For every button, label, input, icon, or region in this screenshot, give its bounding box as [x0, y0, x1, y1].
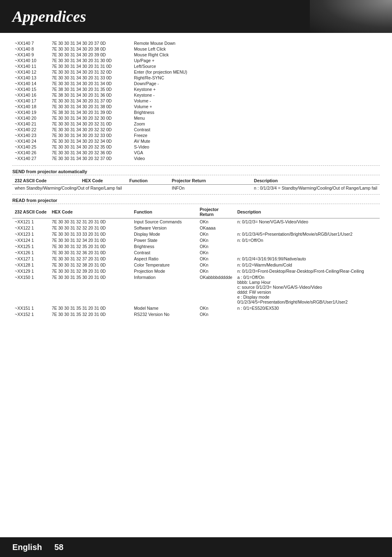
cmd-ascii: ~XX140 9	[12, 52, 49, 58]
upper-cmd-row: ~XX140 25 7E 30 30 31 34 30 20 32 35 0D …	[12, 144, 380, 150]
cmd-function: Video	[131, 155, 380, 161]
cmd-hex: 7E 30 30 31 34 30 20 31 31 0D	[49, 63, 131, 69]
cmd-ascii: ~XX140 20	[12, 115, 49, 121]
read-hex: 7E 30 30 31 32 37 20 31 0D	[49, 255, 131, 262]
read-ascii: ~XX124 1	[12, 237, 49, 243]
read-function: Brightness	[131, 243, 197, 249]
send-ascii: when Standby/Warming/Cooling/Out of Rang…	[12, 185, 169, 191]
upper-cmd-row: ~XX140 16 7E 38 30 31 34 30 20 31 36 0D …	[12, 92, 380, 98]
upper-cmd-row: ~XX140 14 7E 30 30 31 34 30 20 31 34 0D …	[12, 81, 380, 86]
upper-cmd-row: ~XX140 27 7E 30 30 31 34 30 20 32 37 0D …	[12, 155, 380, 161]
upper-cmd-row: ~XX140 8 7E 30 30 31 34 30 20 38 0D Mous…	[12, 46, 380, 52]
send-col-header: 232 ASCII Code	[12, 177, 80, 185]
read-col-header: 232 ASCII Code	[12, 206, 49, 218]
read-function: Contrast	[131, 249, 197, 255]
read-col-header: Function	[131, 206, 197, 218]
read-table-row: ~XX123 1 7E 30 30 31 33 33 20 31 0D Disp…	[12, 231, 380, 237]
read-table: 232 ASCII CodeHEX CodeFunctionProjector …	[12, 206, 380, 317]
send-section-title: SEND from projector automatically	[12, 169, 380, 175]
cmd-ascii: ~XX140 22	[12, 127, 49, 132]
upper-cmd-row: ~XX140 26 7E 30 30 31 34 30 20 32 36 0D …	[12, 150, 380, 155]
page-title: Appendices	[0, 0, 392, 33]
cmd-function: Contrast	[131, 127, 380, 132]
cmd-hex: 7E 30 30 31 34 30 20 39 0D	[49, 52, 131, 58]
read-return: OKn	[197, 243, 235, 249]
divider-2	[12, 194, 380, 195]
upper-cmd-row: ~XX140 11 7E 30 30 31 34 30 20 31 31 0D …	[12, 63, 380, 69]
read-function: Model Name	[131, 305, 197, 311]
send-col-header: HEX Code	[80, 177, 127, 185]
send-col-header: Projector Return	[169, 177, 251, 185]
cmd-function: Freeze	[131, 132, 380, 138]
read-hex: 7E 30 30 31 32 38 20 31 0D	[49, 262, 131, 268]
read-ascii: ~XX125 1	[12, 243, 49, 249]
cmd-function: S-Video	[131, 144, 380, 150]
cmd-hex: 7E 30 30 31 34 30 20 32 36 0D	[49, 150, 131, 155]
read-hex: 7E 30 30 31 35 32 20 31 0D	[49, 311, 131, 317]
read-hex: 7E 30 30 31 32 32 20 31 0D	[49, 225, 131, 231]
upper-cmd-row: ~XX140 23 7E 30 30 31 34 30 20 32 33 0D …	[12, 132, 380, 138]
read-table-row: ~XX150 1 7E 30 30 31 35 30 20 31 0D Info…	[12, 274, 380, 305]
cmd-hex: 7E 30 30 31 34 30 20 32 30 0D	[49, 115, 131, 121]
cmd-ascii: ~XX140 26	[12, 150, 49, 155]
read-table-row: ~XX151 1 7E 30 30 31 35 31 20 31 0D Mode…	[12, 305, 380, 311]
cmd-hex: 7E 30 30 31 34 30 20 32 37 0D	[49, 155, 131, 161]
upper-cmd-row: ~XX140 20 7E 30 30 31 34 30 20 32 30 0D …	[12, 115, 380, 121]
read-return: OKn	[197, 237, 235, 243]
footer-page-number: 58	[54, 543, 63, 552]
cmd-function: Mouse Left Click	[131, 46, 380, 52]
upper-cmd-row: ~XX140 17 7E 30 30 31 34 30 20 31 37 0D …	[12, 98, 380, 104]
read-ascii: ~XX129 1	[12, 268, 49, 274]
read-hex: 7E 30 30 31 32 39 20 31 0D	[49, 268, 131, 274]
cmd-function: Up/Page +	[131, 58, 380, 63]
read-return: OKn	[197, 231, 235, 237]
cmd-function: Left/Source	[131, 63, 380, 69]
cmd-hex: 7E 38 30 31 34 30 20 31 35 0D	[49, 86, 131, 92]
cmd-ascii: ~XX140 13	[12, 75, 49, 81]
cmd-function: Brightness	[131, 109, 380, 115]
read-table-row: ~XX122 1 7E 30 30 31 32 32 20 31 0D Soft…	[12, 225, 380, 231]
cmd-ascii: ~XX140 12	[12, 69, 49, 75]
cmd-hex: 7E 30 30 31 34 30 20 31 38 0D	[49, 104, 131, 109]
send-desc: n : 0/1/2/3/4 = Standby/Warming/Cooling/…	[251, 185, 380, 191]
read-return: OKn	[197, 311, 235, 317]
read-desc	[235, 225, 380, 231]
read-desc: n: 0/1=Off/On	[235, 237, 380, 243]
read-return: OKaaaa	[197, 225, 235, 231]
cmd-hex: 7E 30 30 31 34 30 20 38 0D	[49, 46, 131, 52]
cmd-function: Keystone +	[131, 86, 380, 92]
upper-cmd-row: ~XX140 15 7E 38 30 31 34 30 20 31 35 0D …	[12, 86, 380, 92]
divider-1	[12, 165, 380, 166]
read-desc	[235, 249, 380, 255]
read-hex: 7E 30 30 31 33 33 20 31 0D	[49, 231, 131, 237]
read-hex: 7E 30 30 31 32 34 20 31 0D	[49, 237, 131, 243]
cmd-ascii: ~XX140 19	[12, 109, 49, 115]
cmd-function: Zoom	[131, 121, 380, 127]
read-section-title: READ from projector	[12, 198, 380, 204]
cmd-hex: 7E 30 30 31 34 30 20 32 33 0D	[49, 132, 131, 138]
cmd-hex: 7E 30 30 31 34 30 20 32 34 0D	[49, 138, 131, 144]
upper-cmd-row: ~XX140 9 7E 30 30 31 34 30 20 39 0D Mous…	[12, 52, 380, 58]
read-col-header: HEX Code	[49, 206, 131, 218]
cmd-function: Volume +	[131, 104, 380, 109]
read-table-row: ~XX127 1 7E 30 30 31 32 37 20 31 0D Aspe…	[12, 255, 380, 262]
read-desc: n : 0/1=ES520/EX530	[235, 305, 380, 311]
upper-cmd-row: ~XX140 19 7E 38 30 31 34 30 20 31 39 0D …	[12, 109, 380, 115]
read-function: Information	[131, 274, 197, 305]
footer-language: English	[12, 543, 42, 552]
read-return: OKn	[197, 262, 235, 268]
cmd-function: Enter (for projection MENU)	[131, 69, 380, 75]
page-header: Appendices	[0, 0, 392, 33]
upper-cmd-row: ~XX140 24 7E 30 30 31 34 30 20 32 34 0D …	[12, 138, 380, 144]
cmd-ascii: ~XX140 27	[12, 155, 49, 161]
read-hex: 7E 30 30 31 32 35 20 31 0D	[49, 243, 131, 249]
cmd-ascii: ~XX140 25	[12, 144, 49, 150]
upper-cmd-row: ~XX140 10 7E 30 30 31 34 30 20 31 30 0D …	[12, 58, 380, 63]
read-ascii: ~XX121 1	[12, 218, 49, 225]
read-ascii: ~XX152 1	[12, 311, 49, 317]
page-footer: English 58	[0, 537, 392, 557]
cmd-ascii: ~XX140 24	[12, 138, 49, 144]
read-function: Input Source Commands	[131, 218, 197, 225]
send-col-header: Function	[127, 177, 169, 185]
cmd-ascii: ~XX140 7	[12, 40, 49, 46]
